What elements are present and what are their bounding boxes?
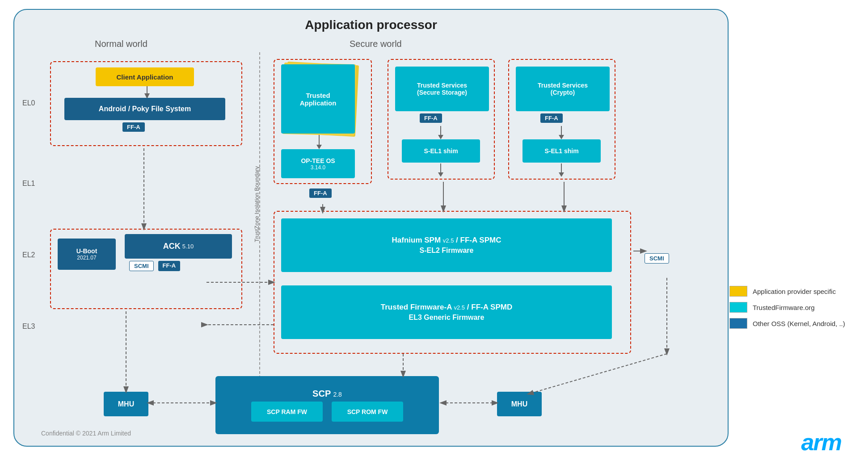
ffa-ts-crypto-container: FF-A — [540, 113, 563, 123]
legend-label-yellow: Application provider specific — [753, 288, 836, 295]
scp-version: 2.8 — [333, 391, 341, 398]
legend-item-blue: Other OSS (Kernel, Android, ..) — [729, 318, 855, 329]
sel1-shim1-box: S-EL1 shim — [402, 139, 480, 163]
arrow-ta-to-optee — [314, 135, 324, 151]
normal-world-label: Normal world — [95, 39, 147, 49]
ffa-ts-crypto: FF-A — [540, 113, 563, 123]
main-container: Application processor Normal world Secur… — [13, 9, 729, 447]
svg-line-25 — [528, 354, 667, 394]
confidential-text: Confidential © 2021 Arm Limited — [41, 430, 131, 437]
trustzone-label: TrustZone Isolation Boundary — [253, 166, 260, 242]
ffa-ack: FF-A — [158, 261, 181, 271]
mhu-left-box: MHU — [104, 392, 148, 416]
ack-container: ACK 5.10 SCMI FF-A — [125, 234, 232, 270]
el0-normal-dashed: Client Application Android / Poky File S… — [50, 61, 242, 146]
ffa-ts-storage: FF-A — [420, 113, 442, 123]
trusted-app-label: Trusted — [306, 92, 330, 99]
android-fs-box: Android / Poky File System — [64, 98, 225, 120]
uboot-label: U-Boot — [76, 247, 97, 255]
optee-label: OP-TEE OS — [301, 157, 335, 164]
el2-normal-dashed: U-Boot 2021.07 ACK 5.10 SCMI FF-A — [50, 229, 242, 309]
legend-label-blue: Other OSS (Kernel, Android, ..) — [753, 320, 845, 327]
sel1-shim2-box: S-EL1 shim — [522, 139, 601, 163]
ack-label: ACK — [163, 242, 181, 251]
scp-rom-box: SCP ROM FW — [332, 402, 403, 422]
arrow-shim1-down — [435, 163, 446, 178]
legend-color-blue — [729, 318, 747, 329]
legend-color-yellow — [729, 286, 747, 297]
ts-storage-label: Trusted Services — [417, 82, 467, 89]
uboot-box: U-Boot 2021.07 — [58, 239, 116, 270]
legend: Application provider specific TrustedFir… — [729, 286, 855, 334]
ffa-el0-normal: FF-A — [122, 122, 145, 132]
el3-label: EL3 — [22, 322, 35, 331]
hafnium-box: Hafnium SPM v2.5 / FF-A SPMC S-EL2 Firmw… — [281, 218, 612, 272]
scmi-right-container: SCMI — [645, 253, 669, 264]
tfa-label: Trusted Firmware-A v2.5 / FF-A SPMD — [381, 303, 512, 312]
svg-marker-6 — [438, 172, 443, 177]
secure-world-label: Secure world — [350, 39, 402, 49]
arrow-ts-storage-down — [435, 126, 446, 140]
svg-marker-2 — [316, 145, 322, 149]
el3-fw-label: EL3 Generic Firmware — [409, 314, 485, 322]
sel2-fw-label: S-EL2 Firmware — [420, 247, 474, 255]
ffa-ts-storage-container: FF-A — [420, 113, 442, 123]
optee-version: 3.14.0 — [311, 164, 325, 171]
scmi-ack: SCMI — [129, 261, 154, 271]
ffa-optee-container: FF-A — [309, 188, 332, 198]
el0-label: EL0 — [22, 99, 35, 107]
scmi-right-box: SCMI — [645, 253, 669, 264]
scp-ram-box: SCP RAM FW — [251, 402, 323, 422]
el0-ta-dashed: Trusted Application OP-TEE OS 3.14.0 — [274, 59, 372, 184]
arrow-ts-crypto-down — [556, 126, 567, 140]
svg-marker-8 — [559, 135, 564, 139]
arm-logo: arm — [801, 429, 841, 456]
scp-label: SCP 2.8 — [312, 389, 342, 399]
ack-box: ACK 5.10 — [125, 234, 232, 259]
scp-container: SCP 2.8 SCP RAM FW SCP ROM FW — [215, 376, 439, 434]
el23-secure-dashed: Hafnium SPM v2.5 / FF-A SPMC S-EL2 Firmw… — [274, 211, 631, 354]
legend-color-cyan — [729, 302, 747, 313]
ts-storage-label2: (Secure Storage) — [417, 89, 467, 96]
client-app-box: Client Application — [96, 67, 194, 86]
ts-storage-box: Trusted Services (Secure Storage) — [395, 67, 489, 111]
svg-marker-4 — [438, 135, 443, 139]
el2-label: EL2 — [22, 251, 35, 259]
ts-crypto-label2: (Crypto) — [551, 89, 575, 96]
uboot-version: 2021.07 — [77, 255, 96, 261]
el0-ts-storage-dashed: Trusted Services (Secure Storage) FF-A S… — [388, 59, 495, 180]
mhu-right-box: MHU — [497, 392, 542, 416]
legend-item-yellow: Application provider specific — [729, 286, 855, 297]
legend-label-cyan: TrustedFirmware.org — [753, 304, 815, 311]
el1-label: EL1 — [22, 180, 35, 188]
tfa-box: Trusted Firmware-A v2.5 / FF-A SPMD EL3 … — [281, 285, 612, 339]
ack-sub-boxes: SCMI FF-A — [129, 261, 180, 271]
hafnium-label: Hafnium SPM v2.5 / FF-A SPMC — [392, 236, 501, 245]
optee-box: OP-TEE OS 3.14.0 — [281, 149, 355, 178]
trusted-app-box: Trusted Application — [281, 64, 355, 134]
svg-marker-10 — [559, 172, 564, 177]
arrow-shim2-down — [556, 163, 567, 178]
legend-item-cyan: TrustedFirmware.org — [729, 302, 855, 313]
ts-crypto-box: Trusted Services (Crypto) — [516, 67, 610, 111]
el0-ts-crypto-dashed: Trusted Services (Crypto) FF-A S-EL1 shi… — [508, 59, 615, 180]
page-title: Application processor — [14, 10, 728, 32]
scp-sub-boxes: SCP RAM FW SCP ROM FW — [251, 402, 403, 422]
ts-crypto-label: Trusted Services — [538, 82, 588, 89]
trusted-app-label2: Application — [300, 99, 337, 107]
ffa-optee: FF-A — [309, 188, 332, 198]
ack-version: 5.10 — [182, 243, 194, 250]
